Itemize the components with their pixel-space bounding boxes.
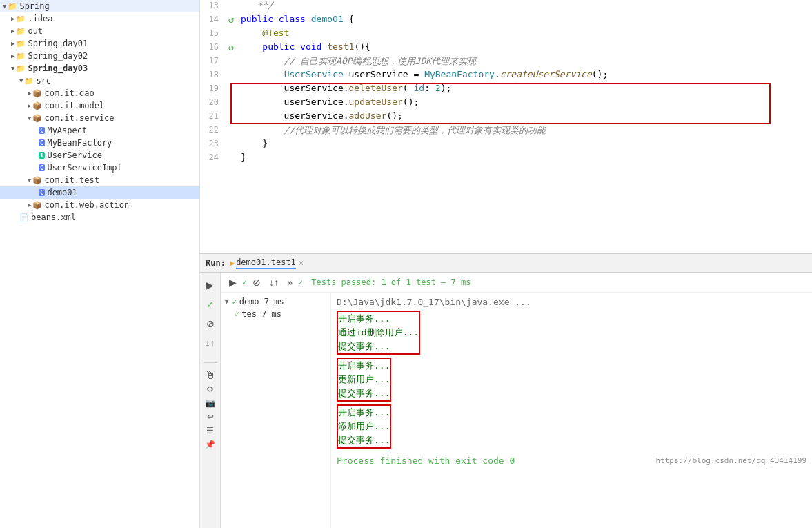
test-pass-icon: ✓ bbox=[235, 309, 239, 319]
line-number: 16 bbox=[200, 41, 224, 52]
line-number: 13 bbox=[200, 0, 224, 10]
sidebar-item-service[interactable]: ▼ 📦 com.it.service bbox=[0, 112, 199, 124]
code-line-19: 19 userService.deleteUser( id: 2); bbox=[200, 83, 812, 97]
controls-row: ▶ ✓ ⊘ ↓↑ » ✓ Tests passed: 1 of 1 test –… bbox=[221, 273, 812, 293]
bottom-panel: ▶ ✓ ⊘ ↓↑ 🖱 ⚙ 📷 ↩ ☰ 📌 ▶ ✓ ⊘ bbox=[200, 273, 812, 528]
tab-close-icon[interactable]: × bbox=[299, 258, 304, 268]
test-passed-message: Tests passed: 1 of 1 test – 7 ms bbox=[311, 277, 471, 287]
line-number: 22 bbox=[200, 124, 224, 135]
sidebar-item-src[interactable]: ▼ 📁 src bbox=[0, 75, 199, 87]
sidebar-item-myaspect[interactable]: C MyAspect bbox=[0, 124, 199, 137]
run-tab[interactable]: demo01.test1 bbox=[236, 257, 296, 269]
test-node-demo[interactable]: ▼ ✓ demo 7 ms bbox=[224, 295, 328, 308]
sidebar-label: MyBeanFactory bbox=[47, 138, 112, 148]
package-icon: 📦 bbox=[32, 89, 42, 98]
sidebar-item-test[interactable]: ▼ 📦 com.it.test bbox=[0, 174, 199, 186]
sidebar-item-demo01[interactable]: C demo01 bbox=[0, 186, 199, 199]
sidebar-item-idea[interactable]: ▶ 📁 .idea bbox=[0, 12, 199, 25]
line-number: 20 bbox=[200, 97, 224, 107]
play-button[interactable]: ▶ bbox=[226, 275, 239, 289]
sidebar-item-out[interactable]: ▶ 📁 out bbox=[0, 25, 199, 37]
line-number: 17 bbox=[200, 55, 224, 66]
output-line: 提交事务... bbox=[338, 387, 390, 400]
sidebar-item-spring[interactable]: ▼ 📁 Spring bbox=[0, 0, 199, 12]
test-node-tes[interactable]: ✓ tes 7 ms bbox=[224, 308, 328, 320]
side-icon-4[interactable]: ↩ bbox=[204, 410, 217, 424]
run-icon: ▶ bbox=[230, 258, 235, 268]
arrow-icon: ▼ bbox=[11, 65, 14, 72]
code-line-20: 20 userService.updateUser(); bbox=[200, 97, 812, 110]
output-line: 开启事务... bbox=[338, 312, 419, 326]
code-line-24: 24 } bbox=[200, 152, 812, 166]
stop-button[interactable]: ⊘ bbox=[204, 317, 217, 331]
main-area: ▼ 📁 Spring ▶ 📁 .idea ▶ 📁 out ▶ 📁 Spring_… bbox=[0, 0, 812, 528]
csdn-url[interactable]: https://blog.csdn.net/qq_43414199 bbox=[655, 456, 806, 465]
sidebar-item-myBeanFactory[interactable]: C MyBeanFactory bbox=[0, 137, 199, 149]
line-content: **/ bbox=[238, 0, 812, 10]
output-line: 添加用户... bbox=[338, 420, 390, 433]
side-icon-6[interactable]: 📌 bbox=[204, 438, 217, 451]
sidebar-item-day03[interactable]: ▼ 📁 Spring_day03 bbox=[0, 62, 199, 75]
class-c-icon: C bbox=[39, 127, 45, 134]
sidebar-item-day02[interactable]: ▶ 📁 Spring_day02 bbox=[0, 50, 199, 62]
line-number: 21 bbox=[200, 110, 224, 121]
line-content: } bbox=[238, 152, 812, 162]
chevron-button[interactable]: » bbox=[284, 275, 295, 289]
pass-check-icon: ✓ bbox=[242, 277, 247, 287]
process-finished-text: Process finished with exit code 0 bbox=[337, 456, 515, 466]
line-content: userService.deleteUser( id: 2); bbox=[238, 83, 812, 93]
sidebar-item-dao[interactable]: ▶ 📦 com.it.dao bbox=[0, 87, 199, 99]
folder-icon: 📁 bbox=[16, 27, 26, 36]
output-line: 通过id删除用户... bbox=[338, 326, 419, 340]
line-content: public class demo01 { bbox=[238, 14, 812, 24]
run-label: Run: bbox=[206, 258, 226, 268]
arrow-icon: ▶ bbox=[28, 90, 31, 97]
sidebar-label: com.it.dao bbox=[44, 88, 94, 98]
sidebar-item-web-action[interactable]: ▶ 📦 com.it.web.action bbox=[0, 199, 199, 211]
package-icon: 📦 bbox=[32, 101, 42, 110]
side-icon-1[interactable]: 🖱 bbox=[204, 369, 217, 382]
output-content: D:\Java\jdk1.7.0_17\bin\java.exe ... 开启事… bbox=[331, 293, 812, 528]
package-icon: 📦 bbox=[32, 176, 42, 185]
sidebar-item-day01[interactable]: ▶ 📁 Spring_day01 bbox=[0, 37, 199, 50]
sidebar-label: .idea bbox=[28, 14, 52, 23]
circle-button[interactable]: ⊘ bbox=[250, 275, 264, 289]
test-pass-icon: ✓ bbox=[232, 297, 237, 306]
code-line-18: 18 UserService userService = MyBeanFacto… bbox=[200, 69, 812, 83]
sidebar-label: com.it.web.action bbox=[44, 200, 129, 210]
class-c-icon: C bbox=[39, 164, 45, 171]
more-button[interactable]: 🖱 ⚙ 📷 ↩ ☰ 📌 bbox=[201, 355, 220, 453]
sidebar-label: Spring_day03 bbox=[28, 63, 88, 73]
sidebar-item-beans-xml[interactable]: 📄 beans.xml bbox=[0, 211, 199, 224]
arrow-icon: ▶ bbox=[11, 52, 14, 59]
run-button[interactable]: ▶ bbox=[204, 278, 217, 292]
arrow-icon: ▼ bbox=[225, 298, 228, 305]
package-icon: 📦 bbox=[32, 201, 42, 210]
folder-icon: 📁 bbox=[16, 14, 26, 23]
arrow-down-button[interactable]: ↓↑ bbox=[266, 275, 281, 289]
sort-button[interactable]: ↓↑ bbox=[203, 336, 218, 350]
side-icon-2[interactable]: ⚙ bbox=[204, 382, 217, 396]
folder-icon: 📁 bbox=[16, 39, 26, 48]
sidebar: ▼ 📁 Spring ▶ 📁 .idea ▶ 📁 out ▶ 📁 Spring_… bbox=[0, 0, 200, 528]
sidebar-item-userserviceimpl[interactable]: C UserServiceImpl bbox=[0, 162, 199, 174]
refresh-icon: ↺ bbox=[228, 41, 234, 52]
code-line-21: 21 userService.addUser(); bbox=[200, 110, 812, 124]
run-bar: Run: ▶ demo01.test1 × bbox=[200, 253, 812, 273]
arrow-icon: ▶ bbox=[28, 102, 31, 109]
side-icon-5[interactable]: ☰ bbox=[204, 424, 217, 438]
line-gutter: ↺ bbox=[224, 41, 238, 52]
arrow-icon: ▶ bbox=[11, 40, 14, 47]
class-c-icon: C bbox=[39, 189, 45, 196]
package-icon: 📦 bbox=[32, 114, 42, 123]
sidebar-item-userservice[interactable]: I UserService bbox=[0, 149, 199, 162]
line-content: //代理对象可以转换成我们需要的类型，代理对象有实现类的功能 bbox=[238, 124, 812, 137]
sidebar-label: demo01 bbox=[47, 188, 77, 197]
side-icon-3[interactable]: 📷 bbox=[204, 396, 217, 410]
folder-icon: 📁 bbox=[16, 64, 26, 73]
check-button[interactable]: ✓ bbox=[204, 297, 217, 311]
arrow-icon: ▼ bbox=[28, 115, 31, 121]
process-finished-row: Process finished with exit code 0 https:… bbox=[337, 456, 806, 466]
sidebar-label: Spring bbox=[19, 1, 49, 11]
sidebar-item-model[interactable]: ▶ 📦 com.it.model bbox=[0, 99, 199, 112]
